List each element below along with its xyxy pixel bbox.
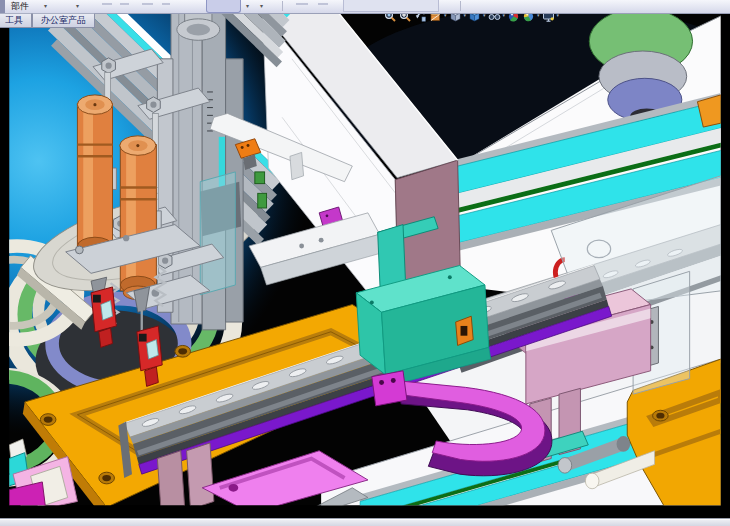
disabled-toolbar-item — [142, 3, 153, 5]
disabled-toolbar-item — [120, 3, 129, 5]
toolbar-divider — [282, 1, 283, 11]
command-tabs: 工具 办公室产品 — [0, 13, 95, 27]
tab-tools[interactable]: 工具 — [0, 13, 32, 28]
solidworks-window: 部件 ▾ ▾ ▾ ▾ 工具 办公室产品 ▾ ▾ — [0, 0, 730, 526]
active-tool-button[interactable] — [206, 0, 241, 13]
disabled-toolbar-item — [162, 3, 170, 5]
component-toolbar-label[interactable]: 部件 — [11, 0, 29, 13]
orange-cylinder-1[interactable] — [77, 95, 112, 263]
transparent-panel[interactable] — [200, 172, 235, 295]
green-clip — [255, 172, 265, 184]
tab-office-products[interactable]: 办公室产品 — [32, 13, 95, 28]
status-bar — [0, 518, 730, 526]
graphics-area[interactable] — [0, 13, 730, 518]
dropdown-caret-icon[interactable]: ▾ — [44, 2, 47, 9]
toolbar-row: 部件 ▾ ▾ ▾ ▾ — [0, 0, 730, 14]
disabled-toolbar-item — [102, 3, 112, 5]
toolbar-divider — [460, 1, 461, 11]
disabled-toolbar-item — [318, 3, 328, 5]
dropdown-caret-icon[interactable]: ▾ — [260, 2, 263, 9]
dropdown-caret-icon[interactable]: ▾ — [76, 2, 79, 9]
disabled-toolbar-item — [296, 3, 308, 5]
green-clip — [258, 193, 267, 208]
dropdown-caret-icon[interactable]: ▾ — [246, 2, 249, 9]
orange-cylinder-2[interactable] — [120, 136, 157, 300]
toolbar-left-edge — [0, 0, 5, 13]
toolbar-group-panel — [343, 0, 439, 12]
